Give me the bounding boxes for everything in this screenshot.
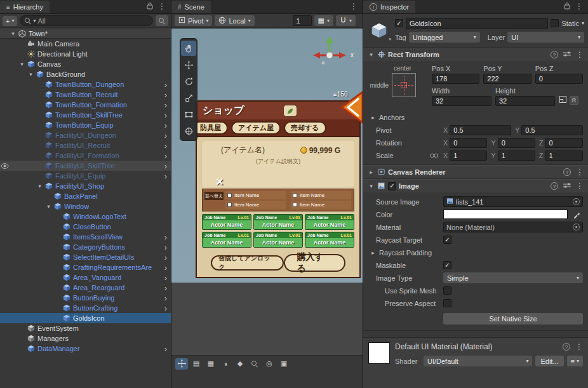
hierarchy-item-buttonbuying[interactable]: ButtonBuying› bbox=[0, 293, 171, 303]
foldout-arrow[interactable]: ▾ bbox=[9, 30, 17, 37]
hierarchy-item-backpanel[interactable]: BackPanel bbox=[0, 191, 171, 201]
prefab-open-chevron-icon[interactable]: › bbox=[162, 152, 167, 160]
object-picker-icon[interactable] bbox=[573, 224, 580, 231]
image-header[interactable]: ▾ ✓ Image ? ⋮ bbox=[363, 179, 588, 192]
prefab-open-chevron-icon[interactable]: › bbox=[162, 274, 167, 282]
kebab-menu-icon[interactable]: ⋮ bbox=[576, 51, 584, 58]
tag-dropdown[interactable]: Untagged▾ bbox=[409, 32, 480, 43]
prefab-open-chevron-icon[interactable]: › bbox=[162, 264, 167, 272]
create-object-button[interactable]: + ▾ bbox=[3, 16, 17, 26]
hierarchy-item-area-rearguard[interactable]: Area_Rearguard› bbox=[0, 283, 171, 293]
scale-z-field[interactable]: 1 bbox=[545, 151, 583, 161]
prefab-open-chevron-icon[interactable]: › bbox=[162, 142, 167, 150]
active-checkbox[interactable]: ✓ bbox=[395, 19, 403, 27]
hierarchy-item-facilityui-dungeon[interactable]: FacilityUI_Dungeon› bbox=[0, 130, 171, 140]
kebab-menu-icon[interactable]: ⋮ bbox=[350, 3, 357, 10]
maskable-checkbox[interactable]: ✓ bbox=[443, 261, 451, 269]
link-scale-icon[interactable] bbox=[430, 152, 438, 159]
hierarchy-tab[interactable]: ≡ Hierarchy bbox=[0, 1, 50, 13]
hierarchy-item-datamanager[interactable]: DataManager› bbox=[0, 344, 171, 354]
prefab-open-chevron-icon[interactable]: › bbox=[162, 253, 167, 262]
width-field[interactable]: 32 bbox=[432, 96, 491, 106]
hierarchy-item-townbutton-equip[interactable]: TownButton_Equip› bbox=[0, 120, 171, 130]
kebab-menu-icon[interactable]: ⋮ bbox=[158, 3, 166, 10]
rotate-tool-button[interactable] bbox=[181, 74, 196, 89]
foldout-arrow[interactable]: ▸ bbox=[368, 169, 375, 175]
foldout-arrow[interactable]: ▾ bbox=[368, 183, 375, 189]
pivot-y-field[interactable]: 0.5 bbox=[521, 125, 583, 135]
move-tool-button[interactable] bbox=[181, 57, 196, 72]
help-icon[interactable]: ? bbox=[551, 51, 558, 58]
raycast-target-checkbox[interactable]: ✓ bbox=[443, 236, 451, 244]
prefab-open-chevron-icon[interactable]: › bbox=[162, 294, 167, 302]
shader-dropdown[interactable]: UI/Default▾ bbox=[424, 356, 532, 366]
rotation-x-field[interactable]: 0 bbox=[450, 138, 487, 148]
image-type-dropdown[interactable]: Simple▾ bbox=[443, 272, 583, 283]
presets-icon[interactable] bbox=[563, 51, 571, 58]
prefab-open-chevron-icon[interactable]: › bbox=[162, 121, 167, 130]
source-image-field[interactable]: lists_141 bbox=[443, 196, 583, 207]
scale-tool-button[interactable] bbox=[181, 90, 196, 105]
hierarchy-item-facilityui-equip[interactable]: FacilityUI_Equip› bbox=[0, 171, 171, 181]
hierarchy-item-buttoncrafting[interactable]: ButtonCrafting› bbox=[0, 303, 171, 313]
kebab-menu-icon[interactable]: ⋮ bbox=[575, 3, 583, 10]
pivot-x-field[interactable]: 0.5 bbox=[450, 125, 511, 135]
hierarchy-item-townbutton-dungeon[interactable]: TownButton_Dungeon› bbox=[0, 79, 171, 90]
anchors-foldout[interactable]: ▸ Anchors bbox=[363, 111, 588, 123]
hierarchy-item-itemsscrollview[interactable]: ItemsScrollView› bbox=[0, 232, 171, 242]
hierarchy-item-facilityui-formation[interactable]: FacilityUI_Formation› bbox=[0, 151, 171, 161]
kebab-menu-icon[interactable]: ⋮ bbox=[575, 343, 583, 351]
snap-settings-button[interactable]: ▾ bbox=[336, 15, 356, 26]
shader-edit-button[interactable]: Edit... bbox=[535, 356, 563, 366]
hierarchy-item-town-[interactable]: ▾Town* bbox=[0, 29, 171, 39]
color-swatch[interactable] bbox=[443, 210, 568, 219]
grid-icon[interactable]: ▦ bbox=[204, 358, 217, 370]
sphere-icon[interactable]: ◑ bbox=[219, 358, 232, 370]
hierarchy-item-background[interactable]: ▾BackGround bbox=[0, 69, 171, 79]
hierarchy-item-craftingrequirementsare[interactable]: CraftingRequirementsAre› bbox=[0, 262, 171, 272]
prefab-open-chevron-icon[interactable]: › bbox=[162, 162, 167, 170]
prefab-open-chevron-icon[interactable]: › bbox=[162, 111, 167, 119]
object-picker-icon[interactable] bbox=[573, 198, 580, 205]
hierarchy-item-window[interactable]: ▾Window bbox=[0, 201, 171, 211]
sprite-mesh-checkbox[interactable]: ✓ bbox=[443, 286, 451, 295]
help-icon[interactable]: ? bbox=[563, 343, 570, 351]
lock-icon[interactable] bbox=[147, 2, 153, 11]
hierarchy-item-goldsicon[interactable]: GoldsIcon bbox=[0, 313, 171, 323]
handle-space-button[interactable]: Local ▾ bbox=[215, 15, 254, 26]
hierarchy-item-main-camera[interactable]: Main Camera bbox=[0, 39, 171, 49]
scale-x-field[interactable]: 1 bbox=[450, 151, 487, 161]
rect-tool-button[interactable] bbox=[181, 107, 196, 122]
hierarchy-item-categorybuttons[interactable]: CategoryButtons› bbox=[0, 242, 171, 252]
hierarchy-item-closebutton[interactable]: CloseButton bbox=[0, 222, 171, 232]
diamond-icon[interactable]: ◆ bbox=[234, 358, 246, 370]
prefab-open-chevron-icon[interactable]: › bbox=[162, 81, 167, 89]
transform-tool-button[interactable] bbox=[181, 123, 196, 138]
material-field[interactable]: None (Material) bbox=[443, 222, 583, 232]
prefab-open-chevron-icon[interactable]: › bbox=[162, 91, 167, 99]
raw-edit-button[interactable]: R bbox=[570, 96, 578, 105]
view-tool-button[interactable] bbox=[181, 41, 196, 56]
inspector-tab[interactable]: i Inspector bbox=[363, 1, 415, 13]
kebab-menu-icon[interactable]: ⋮ bbox=[576, 182, 584, 190]
prefab-open-chevron-icon[interactable]: › bbox=[162, 233, 167, 241]
prefab-open-chevron-icon[interactable]: › bbox=[162, 304, 167, 312]
prefab-open-chevron-icon[interactable]: › bbox=[162, 131, 167, 140]
hierarchy-tree[interactable]: ▾Town*Main CameraDirectional Light▾Canva… bbox=[0, 29, 171, 388]
set-native-size-button[interactable]: Set Native Size bbox=[443, 313, 583, 324]
foldout-arrow[interactable]: ▾ bbox=[368, 51, 375, 58]
presets-icon[interactable] bbox=[563, 182, 571, 190]
grid-snap-button[interactable]: ▦▾ bbox=[314, 15, 333, 26]
grid-size-field[interactable]: 1 bbox=[293, 15, 312, 26]
hierarchy-item-facilityui-recruit[interactable]: FacilityUI_Recruit› bbox=[0, 140, 171, 151]
scene-tab[interactable]: # Scene bbox=[171, 1, 211, 13]
foldout-arrow[interactable]: ▸ bbox=[370, 250, 377, 256]
foldout-arrow[interactable]: ▾ bbox=[18, 61, 26, 67]
preserve-aspect-checkbox[interactable]: ✓ bbox=[443, 299, 451, 307]
hierarchy-item-selectitemdetailuis[interactable]: SelectItemDetailUIs› bbox=[0, 252, 171, 262]
move-tool-icon[interactable] bbox=[175, 358, 188, 370]
kebab-menu-icon[interactable]: ⋮ bbox=[576, 168, 584, 176]
search-filter-caret-icon[interactable]: ▾ bbox=[33, 18, 36, 23]
scene-visibility-eye-icon[interactable] bbox=[0, 163, 9, 169]
foldout-arrow[interactable]: ▾ bbox=[44, 203, 53, 210]
